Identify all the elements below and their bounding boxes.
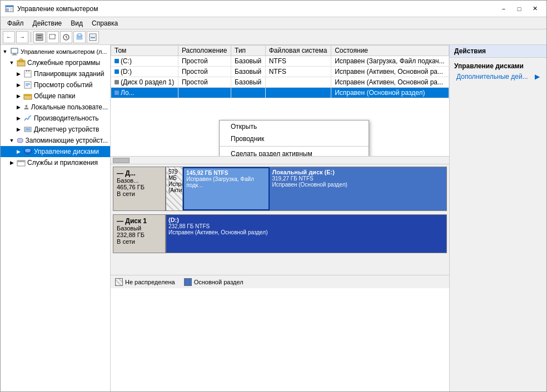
legend-label-primary: Основной раздел: [194, 279, 243, 285]
sidebar-label-events: Просмотр событий: [34, 81, 92, 89]
partition-unalloc[interactable]: 579 МБ Исправен (Акти...: [166, 167, 183, 210]
toolbar-btn-5[interactable]: [87, 31, 99, 43]
storage-icon: [17, 136, 23, 145]
partition-d[interactable]: (D:) 232,88 ГБ NTFS Исправен (Активен, О…: [166, 215, 446, 253]
table-row[interactable]: (C:) Простой Базовый NTFS Исправен (Загр…: [111, 56, 449, 67]
main-window: Управление компьютером − □ ✕ Файл Действ…: [0, 0, 547, 392]
right-panel: Том Расположение Тип Файловая система Со…: [111, 45, 449, 391]
sidebar-label-storage: Запоминающие устройст...: [25, 137, 108, 144]
type-lo: [231, 88, 266, 98]
expand-icon-users: ▶: [15, 104, 22, 110]
sidebar-item-root[interactable]: ▼ Управление компьютером (л...: [1, 46, 110, 57]
minimize-button[interactable]: −: [496, 3, 511, 14]
svg-rect-30: [26, 83, 30, 84]
svg-rect-3: [10, 8, 13, 9]
action-more-label: Дополнительные дей...: [456, 73, 528, 81]
menu-action[interactable]: Действие: [28, 18, 67, 28]
svg-rect-21: [12, 55, 17, 56]
sidebar-item-tools[interactable]: ▼ Служебные программы: [1, 57, 110, 68]
table-row[interactable]: (D:) Простой Базовый NTFS Исправен (Акти…: [111, 67, 449, 77]
legend-area: Не распределена Основной раздел: [111, 275, 449, 288]
window-title: Управление компьютером: [17, 5, 98, 13]
disk-0-label: — Д... Базов... 465,76 ГБ В сети: [113, 167, 166, 211]
toolbar-btn-2[interactable]: [47, 31, 59, 43]
loc-disk0: Простой: [178, 77, 231, 88]
part-desc: Исправен (Активен, Основной раздел): [168, 229, 444, 235]
tools-icon: [17, 58, 26, 67]
ctx-open[interactable]: Открыть: [220, 120, 369, 133]
table-row[interactable]: (Диск 0 раздел 1) Простой Базовый Исправ…: [111, 77, 449, 88]
computer-icon: [10, 47, 19, 56]
sidebar-item-services[interactable]: ▶ Службы и приложения: [1, 157, 110, 168]
menu-help[interactable]: Справка: [87, 18, 122, 28]
vol-c: (C:): [111, 56, 178, 67]
events-icon: [23, 81, 32, 89]
toolbar-btn-1[interactable]: [33, 31, 46, 43]
expand-icon-tools: ▼: [8, 59, 15, 66]
sidebar-item-disk-mgmt[interactable]: ▶ Управление дисками: [1, 146, 110, 157]
toolbar-forward[interactable]: →: [16, 31, 28, 43]
state-lo: Исправен (Основной раздел): [331, 88, 449, 98]
disk-0-size: 465,76 ГБ: [117, 184, 162, 190]
menu-file[interactable]: Файл: [3, 18, 28, 28]
col-loc[interactable]: Расположение: [178, 46, 231, 56]
col-fs[interactable]: Файловая система: [265, 46, 331, 56]
perf-icon: [23, 114, 32, 123]
ctx-explorer[interactable]: Проводник: [220, 133, 369, 145]
disk-0-type: Базов...: [117, 177, 162, 184]
maximize-button[interactable]: □: [512, 3, 526, 14]
svg-rect-42: [17, 160, 25, 162]
disk-1-size: 232,88 ГБ: [117, 232, 162, 238]
ctx-active[interactable]: Сделать раздел активным: [220, 148, 369, 156]
scrollbar-h[interactable]: [111, 156, 449, 164]
state-c: Исправен (Загрузка, Файл подкач...: [331, 56, 449, 67]
disk-1-partitions: (D:) 232,88 ГБ NTFS Исправен (Активен, О…: [166, 214, 447, 253]
action-more[interactable]: Дополнительные дей... ▶: [450, 71, 546, 82]
part-desc: Исправен (Основной раздел): [272, 182, 444, 188]
part-label: (D:): [168, 217, 444, 223]
expand-icon-storage: ▼: [8, 137, 15, 144]
diskmgmt-icon: [23, 147, 32, 156]
col-type[interactable]: Тип: [231, 46, 266, 56]
partition-c[interactable]: 145,92 ГБ NTFS Исправен (Загрузка, Файл …: [183, 167, 270, 210]
part-size: 232,88 ГБ NTFS: [168, 223, 444, 229]
svg-rect-1: [6, 6, 13, 7]
svg-point-35: [25, 105, 27, 107]
toolbar-back[interactable]: ←: [3, 31, 15, 43]
svg-rect-2: [6, 8, 9, 11]
toolbar-btn-3[interactable]: [60, 31, 72, 43]
sidebar-item-storage[interactable]: ▼ Запоминающие устройст...: [1, 135, 110, 146]
sidebar-item-devices[interactable]: ▶ Диспетчер устройств: [1, 124, 110, 135]
toolbar-btn-4[interactable]: [73, 31, 86, 43]
svg-rect-18: [11, 48, 18, 53]
part-label: Локальный диск (E:): [272, 169, 444, 175]
sidebar-item-shares[interactable]: ▶ Общие папки: [1, 91, 110, 102]
fs-disk0: [265, 77, 331, 88]
menu-view[interactable]: Вид: [66, 18, 87, 28]
svg-rect-7: [37, 37, 42, 38]
disk-0-name: — Д...: [117, 169, 162, 177]
sidebar-item-perf[interactable]: ▶ Производительность: [1, 113, 110, 124]
table-row-selected[interactable]: Ло... Исправен (Основной раздел): [111, 88, 449, 98]
legend-primary: Основной раздел: [184, 278, 243, 286]
partition-e[interactable]: Локальный диск (E:) 319,27 ГБ NTFS Испра…: [270, 167, 446, 210]
close-button[interactable]: ✕: [528, 3, 542, 14]
users-icon: [23, 103, 29, 112]
state-disk0: Исправен (Активен, Основной ра...: [331, 77, 449, 88]
type-d: Базовый: [231, 67, 266, 77]
sidebar-label-root: Управление компьютером (л...: [21, 48, 107, 55]
col-state[interactable]: Состояние: [331, 46, 449, 56]
sidebar-item-scheduler[interactable]: ▶ Планировщик заданий: [1, 68, 110, 79]
scrollbar-thumb[interactable]: [113, 158, 130, 163]
title-bar: Управление компьютером − □ ✕: [1, 1, 546, 17]
sidebar: ▼ Управление компьютером (л... ▼ Служебн…: [1, 45, 111, 391]
expand-icon-events: ▶: [15, 82, 22, 88]
actions-header: Действия: [450, 45, 546, 58]
sidebar-item-users[interactable]: ▶ Локальные пользовате...: [1, 102, 110, 113]
action-more-arrow: ▶: [535, 73, 540, 81]
expand-icon-shares: ▶: [15, 93, 22, 99]
sidebar-item-events[interactable]: ▶ Просмотр событий: [1, 79, 110, 91]
actions-section-title: Управление дисками: [450, 60, 546, 71]
title-bar-left: Управление компьютером: [5, 4, 98, 13]
col-vol[interactable]: Том: [111, 46, 178, 56]
